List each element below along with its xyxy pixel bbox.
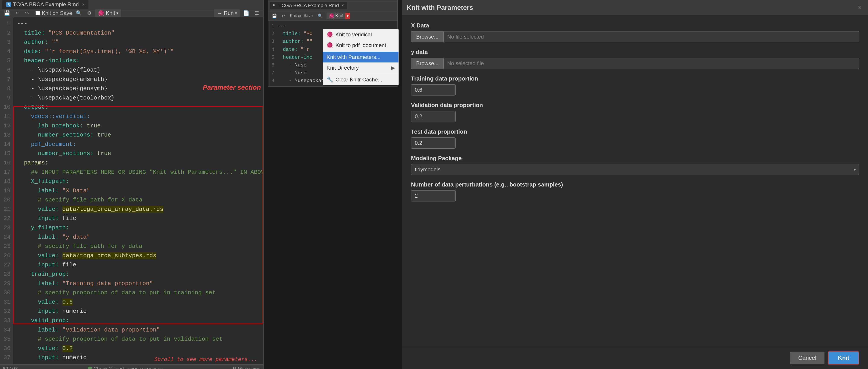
options-icon[interactable]: ☰ — [253, 9, 261, 17]
code-line-19: label: "X Data" — [17, 186, 259, 196]
perturbations-input[interactable] — [411, 190, 456, 201]
code-line-10: output: — [17, 103, 259, 112]
code-line-36: value: 0.2 — [17, 344, 259, 354]
left-editor-tab[interactable]: R TCGA BRCA Example.Rmd × — [2, 0, 89, 9]
code-line-9: - \usepackage{tcolorbox} — [17, 94, 259, 103]
code-line-14: pdf_document: — [17, 140, 259, 149]
knit-button[interactable]: 🧶 Knit ▾ — [95, 9, 121, 17]
mini-undo-icon[interactable]: ↩ — [280, 12, 287, 19]
search-icon[interactable]: 🔍 — [74, 9, 84, 17]
code-line-7: - \usepackage{amsmath} — [17, 75, 259, 84]
dropdown-clear-cache[interactable]: 🔧 Clear Knitr Cache... — [323, 74, 399, 85]
code-lines[interactable]: --- title: "PCS Documentation" author: "… — [13, 18, 263, 364]
dropdown-knit-params[interactable]: Knit with Parameters... — [323, 52, 399, 63]
dropdown-knit-directory[interactable]: Knit Directory ▶ — [323, 63, 399, 73]
mini-search-icon[interactable]: 🔍 — [316, 12, 324, 19]
cancel-button[interactable]: Cancel — [790, 351, 825, 364]
left-tab-close[interactable]: × — [82, 2, 85, 7]
mini-knit-dropdown-arrow[interactable]: ▾ — [345, 13, 350, 19]
test-prop-section: Test data proportion — [411, 128, 859, 148]
y-data-browse-button[interactable]: Browse... — [411, 58, 444, 69]
modeling-package-section: Modeling Package tidymodels caret mlr3 ▾ — [411, 155, 859, 175]
knit-label: Knit — [106, 10, 115, 16]
mini-line-numbers: 1234 5678 — [270, 22, 276, 85]
redo-icon[interactable]: ↪ — [23, 9, 31, 17]
clear-cache-icon: 🔧 — [327, 76, 333, 83]
mini-rmd-icon: R — [273, 4, 277, 8]
knit-submit-button[interactable]: Knit — [828, 351, 859, 365]
mini-tab-close[interactable]: × — [342, 3, 344, 8]
code-line-33: valid_prop: — [17, 316, 259, 326]
code-line-23: y_filepath: — [17, 223, 259, 233]
settings-icon[interactable]: ⚙ — [85, 9, 93, 17]
left-tab-bar: R TCGA BRCA Example.Rmd × — [0, 0, 263, 9]
save-icon[interactable]: 💾 — [2, 9, 12, 17]
run-label: → Run — [217, 10, 234, 16]
knit-veridical-icon: 🧶 — [327, 31, 333, 38]
mini-editor-tab[interactable]: R TCGA BRCA Example.Rmd × — [270, 2, 347, 9]
undo-icon[interactable]: ↩ — [13, 9, 21, 17]
training-prop-label: Training data proportion — [411, 75, 859, 82]
left-editor-panel: R TCGA BRCA Example.Rmd × 💾 ↩ ↪ Knit on … — [0, 0, 264, 369]
knit-directory-label: Knit Directory — [327, 65, 359, 71]
modeling-package-wrapper: tidymodels caret mlr3 ▾ — [411, 164, 859, 175]
y-data-file-row: Browse... No selected file — [411, 58, 859, 69]
test-prop-input[interactable] — [411, 137, 456, 148]
code-line-31: value: 0.6 — [17, 298, 259, 307]
training-prop-section: Training data proportion — [411, 75, 859, 96]
x-data-label: X Data — [411, 22, 859, 29]
knit-params-label: Knit with Parameters... — [327, 54, 380, 60]
run-button[interactable]: → Run ▾ — [214, 9, 240, 17]
x-data-section: X Data Browse... No file selected — [411, 22, 859, 42]
training-prop-input[interactable] — [411, 84, 456, 96]
code-line-25: # specify file path for y data — [17, 242, 259, 251]
mini-knit-label: Knit — [335, 13, 343, 18]
mini-tab-label: TCGA BRCA Example.Rmd — [279, 3, 339, 8]
code-line-32: input: numeric — [17, 307, 259, 316]
knit-icon: 🧶 — [98, 10, 104, 16]
mini-knit-on-save[interactable]: Knit on Save — [288, 12, 314, 19]
rmd-file-icon: R — [6, 2, 11, 7]
code-line-28: train_prop: — [17, 270, 259, 279]
code-line-15: number_sections: true — [17, 149, 259, 158]
knit-on-save-label: Knit on Save — [42, 10, 72, 16]
dialog-body: X Data Browse... No file selected y data… — [402, 15, 868, 347]
mini-knit-icon: 🧶 — [329, 13, 334, 19]
code-line-8: - \usepackage{gensymb} — [17, 84, 259, 94]
modeling-package-select[interactable]: tidymodels caret mlr3 — [411, 164, 859, 175]
chunk-name: Chunk 2: load-saved-responses — [94, 366, 163, 369]
mini-knit-group: 🧶 Knit ▾ — [327, 12, 350, 19]
y-data-file-display: No selected file — [444, 58, 859, 69]
code-line-17: ## INPUT PARAMETERS HERE OR USING "Knit … — [17, 168, 259, 177]
perturbations-section: Number of data perturbations (e.g., boot… — [411, 181, 859, 201]
code-line-26: value: data/tcga_brca_subtypes.rds — [17, 251, 259, 261]
code-line-29: label: "Training data proportion" — [17, 279, 259, 289]
code-line-5: header-includes: — [17, 56, 259, 66]
code-line-34: label: "Validation data proportion" — [17, 326, 259, 335]
knit-on-save-checkbox[interactable] — [35, 11, 40, 15]
dialog-close-button[interactable]: × — [857, 3, 864, 12]
code-line-22: input: file — [17, 214, 259, 223]
left-tab-label: TCGA BRCA Example.Rmd — [13, 1, 79, 8]
knit-pdf-icon: 🧶 — [327, 42, 333, 48]
code-line-3: author: "" — [17, 38, 259, 47]
x-data-browse-button[interactable]: Browse... — [411, 31, 444, 42]
chunk-icon — [88, 367, 92, 369]
source-icon[interactable]: 📄 — [242, 9, 251, 17]
dropdown-knit-pdf[interactable]: 🧶 Knit to pdf_document — [323, 40, 399, 51]
code-line-11: vdocs::veridical: — [17, 112, 259, 121]
dialog-title: Knit with Parameters — [406, 4, 473, 11]
middle-panel: R TCGA BRCA Example.Rmd × 💾 ↩ Knit on Sa… — [264, 0, 402, 369]
submenu-arrow-icon: ▶ — [391, 65, 395, 71]
line-numbers: 12345 678910 1112131415 1617181920 21222… — [0, 18, 13, 364]
knit-dropdown-icon[interactable]: ▾ — [116, 11, 118, 15]
mini-knit-button[interactable]: 🧶 Knit — [327, 12, 345, 19]
cursor-position: 82:107 — [3, 366, 18, 369]
scroll-hint: Scroll to see more parameters... — [154, 355, 261, 364]
file-mode: R Markdown — [233, 366, 260, 369]
x-data-file-row: Browse... No file selected — [411, 31, 859, 42]
dropdown-knit-veridical[interactable]: 🧶 Knit to veridical — [323, 29, 399, 40]
run-dropdown-icon[interactable]: ▾ — [235, 11, 237, 15]
validation-prop-input[interactable] — [411, 111, 456, 122]
mini-save-icon[interactable]: 💾 — [270, 12, 279, 19]
